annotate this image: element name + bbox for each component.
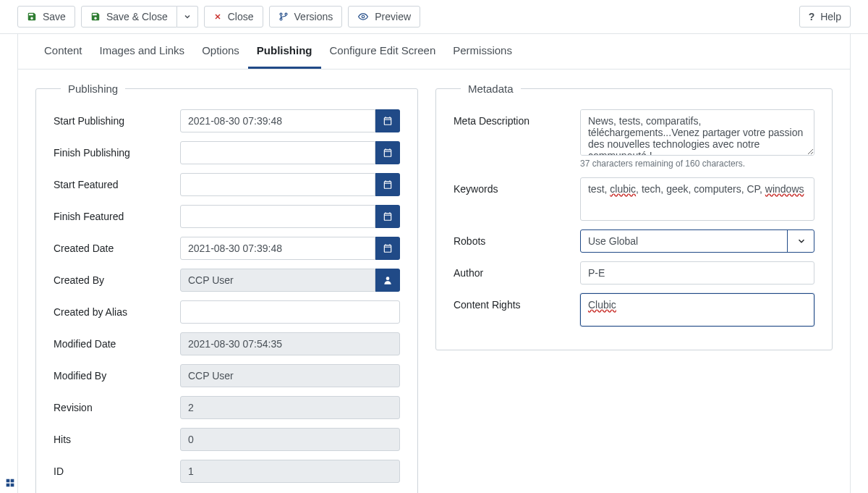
tab-publishing[interactable]: Publishing bbox=[248, 34, 321, 69]
modified-by-input bbox=[180, 364, 400, 387]
svg-point-5 bbox=[362, 15, 365, 18]
hits-label: Hits bbox=[54, 428, 180, 445]
author-input[interactable] bbox=[580, 261, 814, 285]
chevron-down-icon bbox=[183, 12, 192, 21]
created-by-label: Created By bbox=[54, 269, 180, 286]
save-label: Save bbox=[43, 11, 66, 22]
created-date-label: Created Date bbox=[54, 237, 180, 254]
created-by-alias-label: Created by Alias bbox=[54, 300, 180, 318]
tab-options[interactable]: Options bbox=[193, 34, 248, 69]
branch-icon bbox=[278, 12, 289, 22]
content-rights-input[interactable]: Clubic bbox=[580, 293, 814, 326]
tabs: Content Images and Links Options Publish… bbox=[17, 34, 851, 69]
finish-featured-input[interactable] bbox=[180, 205, 375, 228]
save-icon bbox=[27, 12, 37, 22]
save-close-group: Save & Close bbox=[81, 6, 198, 28]
content: Publishing Start Publishing Finish Publi… bbox=[17, 69, 851, 493]
tab-content[interactable]: Content bbox=[35, 34, 91, 69]
meta-description-label: Meta Description bbox=[454, 109, 580, 127]
toolbar: Save Save & Close Close Versions Preview… bbox=[0, 0, 868, 34]
save-close-dropdown-button[interactable] bbox=[177, 6, 198, 28]
help-icon: ? bbox=[809, 11, 815, 22]
svg-point-2 bbox=[280, 13, 282, 15]
meta-description-input[interactable] bbox=[580, 109, 814, 156]
preview-button[interactable]: Preview bbox=[348, 6, 420, 28]
help-button[interactable]: ? Help bbox=[799, 6, 851, 28]
keywords-input[interactable]: test, clubic, tech, geek, computers, CP,… bbox=[580, 177, 814, 221]
eye-icon bbox=[357, 12, 369, 22]
created-date-input[interactable] bbox=[180, 237, 375, 260]
versions-label: Versions bbox=[294, 11, 333, 22]
user-icon bbox=[383, 275, 393, 285]
publishing-fieldset: Publishing Start Publishing Finish Publi… bbox=[35, 83, 418, 493]
modified-date-input bbox=[180, 332, 400, 355]
preview-label: Preview bbox=[375, 11, 411, 22]
modified-date-label: Modified Date bbox=[54, 332, 180, 350]
tab-permissions[interactable]: Permissions bbox=[444, 34, 521, 69]
author-label: Author bbox=[454, 261, 580, 279]
hits-input bbox=[180, 428, 400, 451]
start-featured-label: Start Featured bbox=[54, 173, 180, 190]
robots-select[interactable]: Use Global bbox=[580, 229, 814, 253]
calendar-button[interactable] bbox=[375, 141, 400, 164]
revision-input bbox=[180, 396, 400, 419]
svg-point-4 bbox=[285, 13, 287, 15]
close-label: Close bbox=[228, 11, 254, 22]
close-icon bbox=[213, 12, 222, 21]
id-label: ID bbox=[54, 460, 180, 477]
calendar-icon bbox=[383, 211, 393, 222]
calendar-icon bbox=[383, 243, 393, 253]
calendar-button[interactable] bbox=[375, 237, 400, 260]
metadata-legend: Metadata bbox=[461, 83, 521, 95]
calendar-button[interactable] bbox=[375, 205, 400, 228]
revision-label: Revision bbox=[54, 396, 180, 413]
id-input bbox=[180, 460, 400, 483]
keywords-label: Keywords bbox=[454, 177, 580, 195]
publishing-legend: Publishing bbox=[61, 83, 125, 95]
finish-publishing-label: Finish Publishing bbox=[54, 141, 180, 159]
svg-point-3 bbox=[280, 18, 282, 20]
tab-images-links[interactable]: Images and Links bbox=[91, 34, 194, 69]
save-button[interactable]: Save bbox=[17, 6, 75, 28]
content-rights-label: Content Rights bbox=[454, 293, 580, 311]
close-button[interactable]: Close bbox=[204, 6, 263, 28]
versions-button[interactable]: Versions bbox=[269, 6, 343, 28]
created-by-input[interactable] bbox=[180, 269, 375, 292]
modified-by-label: Modified By bbox=[54, 364, 180, 382]
created-by-alias-input[interactable] bbox=[180, 300, 400, 324]
calendar-icon bbox=[383, 116, 393, 126]
finish-publishing-input[interactable] bbox=[180, 141, 375, 164]
save-close-button[interactable]: Save & Close bbox=[81, 6, 177, 28]
user-picker-button[interactable] bbox=[375, 269, 400, 292]
robots-label: Robots bbox=[454, 229, 580, 247]
calendar-icon bbox=[383, 148, 393, 158]
svg-point-6 bbox=[386, 277, 389, 280]
calendar-button[interactable] bbox=[375, 173, 400, 196]
save-icon bbox=[90, 12, 101, 22]
calendar-button[interactable] bbox=[375, 109, 400, 132]
finish-featured-label: Finish Featured bbox=[54, 205, 180, 222]
help-label: Help bbox=[820, 11, 841, 22]
joomla-icon bbox=[4, 477, 16, 489]
calendar-icon bbox=[383, 180, 393, 190]
tab-configure[interactable]: Configure Edit Screen bbox=[321, 34, 445, 69]
start-publishing-input[interactable] bbox=[180, 109, 375, 132]
start-publishing-label: Start Publishing bbox=[54, 109, 180, 127]
meta-description-hint: 37 characters remaining of 160 character… bbox=[580, 159, 814, 169]
save-close-label: Save & Close bbox=[106, 11, 168, 22]
metadata-fieldset: Metadata Meta Description 37 characters … bbox=[435, 83, 833, 350]
start-featured-input[interactable] bbox=[180, 173, 375, 196]
